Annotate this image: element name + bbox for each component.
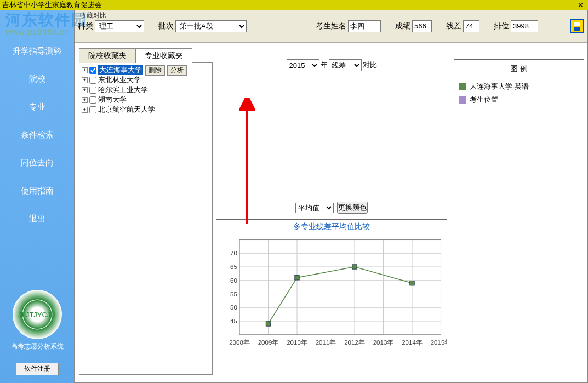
svg-text:2013年: 2013年 <box>373 339 394 346</box>
svg-text:70: 70 <box>230 250 237 256</box>
sidebar-item-exit[interactable]: 退出 <box>29 214 45 224</box>
save-icon[interactable] <box>570 19 584 33</box>
tree-checkbox[interactable] <box>89 67 96 74</box>
system-name: 高考志愿分析系统 <box>11 342 64 351</box>
tree-label: 东北林业大学 <box>98 75 141 85</box>
batch-label: 批次 <box>158 21 174 31</box>
panel-title: 收藏对比 <box>80 11 106 20</box>
tree-row[interactable]: + 哈尔滨工业大学 <box>82 85 210 95</box>
diff-label: 线差 <box>446 21 461 31</box>
sidebar-item-peer[interactable]: 同位去向 <box>21 158 54 168</box>
svg-text:55: 55 <box>230 291 237 298</box>
svg-text:2008年: 2008年 <box>229 339 250 346</box>
svg-text:2014年: 2014年 <box>402 339 423 346</box>
expand-icon[interactable]: + <box>82 67 88 73</box>
score-input[interactable] <box>412 20 432 32</box>
tree-row[interactable]: + 北京航空航天大学 <box>82 105 210 115</box>
legend-item: 考生位置 <box>459 95 579 105</box>
tree-checkbox[interactable] <box>89 96 96 104</box>
svg-text:60: 60 <box>230 277 237 284</box>
tree-row[interactable]: + 湖南大学 <box>82 95 210 105</box>
change-color-button[interactable]: 更换颜色 <box>337 202 368 214</box>
title-bar: 吉林省中小学生家庭教育促进会 ✕ <box>0 0 588 10</box>
svg-rect-32 <box>410 281 414 285</box>
upper-chart <box>216 76 447 196</box>
svg-text:45: 45 <box>230 318 237 324</box>
stat-select[interactable]: 平均值 <box>295 203 334 213</box>
tree-action-button[interactable]: 分析 <box>167 65 187 76</box>
compare-label: 对比 <box>363 60 377 70</box>
legend-item: 大连海事大学-英语 <box>459 82 579 92</box>
tab-major-fav[interactable]: 专业收藏夹 <box>135 48 192 63</box>
register-button[interactable]: 软件注册 <box>16 363 59 375</box>
rank-input[interactable] <box>511 20 538 32</box>
legend-label: 大连海事大学-英语 <box>470 82 529 92</box>
favorites-pane: 院校收藏夹 专业收藏夹 + 大连海事大学 删除分析+ 东北林业大学 + 哈尔滨工… <box>75 43 213 382</box>
tree-label: 哈尔滨工业大学 <box>98 85 148 95</box>
expand-icon[interactable]: + <box>82 107 88 113</box>
tree-label: 北京航空航天大学 <box>98 105 155 115</box>
svg-text:2012年: 2012年 <box>344 339 365 346</box>
favorites-tree: + 大连海事大学 删除分析+ 东北林业大学 + 哈尔滨工业大学 + 湖南大学 +… <box>79 62 213 375</box>
svg-text:2015年: 2015年 <box>431 339 447 346</box>
expand-icon[interactable]: + <box>82 77 88 83</box>
name-label: 考生姓名 <box>316 21 346 31</box>
svg-text:2011年: 2011年 <box>316 339 336 346</box>
legend-title: 图 例 <box>459 64 579 74</box>
tree-checkbox[interactable] <box>89 77 96 84</box>
lower-chart: 多专业线差平均值比较 4550556065702008年2009年2010年20… <box>216 219 447 379</box>
subject-select[interactable]: 理工 <box>95 20 144 32</box>
batch-select[interactable]: 第一批A段 <box>175 20 247 32</box>
close-icon[interactable]: ✕ <box>575 1 586 9</box>
svg-text:2009年: 2009年 <box>258 339 279 346</box>
tree-checkbox[interactable] <box>89 87 96 94</box>
svg-text:2010年: 2010年 <box>287 339 307 346</box>
diff-input[interactable] <box>463 20 479 32</box>
expand-icon[interactable]: + <box>82 87 88 93</box>
line-chart-svg: 4550556065702008年2009年2010年2011年2012年201… <box>216 234 447 349</box>
tree-label: 大连海事大学 <box>98 65 143 75</box>
svg-text:65: 65 <box>230 264 237 270</box>
legend-swatch-icon <box>459 96 466 104</box>
sidebar: 升学指导测验 院校 专业 条件检索 同位去向 使用指南 退出 JLJTJYCJH… <box>0 10 74 383</box>
expand-icon[interactable]: + <box>82 97 88 103</box>
legend-label: 考生位置 <box>470 95 498 105</box>
sidebar-item-major[interactable]: 专业 <box>29 102 45 112</box>
window-title: 吉林省中小学生家庭教育促进会 <box>2 0 102 10</box>
metric-select[interactable]: 线差 <box>329 59 362 71</box>
score-label: 成绩 <box>395 21 410 31</box>
toolbar: 收藏对比 科类 理工 批次 第一批A段 考生姓名 成绩 线差 排 <box>75 10 587 43</box>
tree-label: 湖南大学 <box>98 95 127 105</box>
sidebar-item-search[interactable]: 条件检索 <box>21 130 54 140</box>
tree-checkbox[interactable] <box>89 106 96 113</box>
chart-title: 多专业线差平均值比较 <box>216 220 447 234</box>
legend-pane: 图 例 大连海事大学-英语考生位置 <box>450 43 587 382</box>
rank-label: 排位 <box>494 21 509 31</box>
subject-label: 科类 <box>78 21 93 31</box>
legend-swatch-icon <box>459 83 466 90</box>
sidebar-item-school[interactable]: 院校 <box>29 74 45 84</box>
year-unit: 年 <box>321 60 328 70</box>
content-area: 收藏对比 科类 理工 批次 第一批A段 考生姓名 成绩 线差 排 <box>74 10 588 383</box>
chart-pane: 2015 年 线差 对比 平均值 更换颜色 多专业线差平均值比较 4550556… <box>213 43 450 382</box>
svg-rect-30 <box>295 276 299 280</box>
sidebar-item-guide[interactable]: 使用指南 <box>21 186 54 196</box>
tree-row[interactable]: + 大连海事大学 删除分析 <box>82 65 210 75</box>
svg-text:50: 50 <box>230 304 237 311</box>
tree-action-button[interactable]: 删除 <box>145 65 165 76</box>
tree-row[interactable]: + 东北林业大学 <box>82 75 210 85</box>
year-select[interactable]: 2015 <box>287 59 319 71</box>
svg-rect-28 <box>239 240 441 335</box>
svg-rect-31 <box>352 265 357 269</box>
name-input[interactable] <box>348 20 381 32</box>
org-logo-icon: JLJTJYCJH <box>13 290 62 339</box>
sidebar-item-exam[interactable]: 升学指导测验 <box>13 46 62 56</box>
tab-school-fav[interactable]: 院校收藏夹 <box>79 48 136 63</box>
svg-rect-29 <box>266 322 270 326</box>
